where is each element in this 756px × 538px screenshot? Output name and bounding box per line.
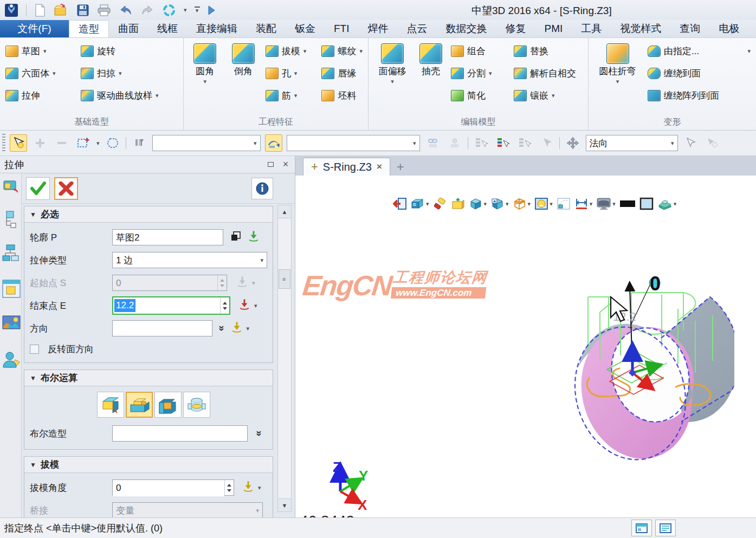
boolean-shape-input[interactable] bbox=[112, 425, 248, 442]
end-spinner[interactable] bbox=[220, 297, 229, 314]
ribbon-resolve-selfintersect-button[interactable]: 解析自相交 bbox=[512, 64, 578, 82]
open-file-icon[interactable] bbox=[54, 4, 69, 17]
regen-dropdown-icon[interactable]: ▾ bbox=[184, 7, 187, 13]
ribbon-replace-button[interactable]: 替换 bbox=[512, 42, 578, 60]
visualization-icon[interactable] bbox=[2, 315, 21, 334]
regen-icon[interactable] bbox=[162, 3, 176, 17]
end-pick-icon[interactable] bbox=[238, 298, 251, 313]
menu-tab-tools[interactable]: 工具 bbox=[572, 20, 611, 37]
ribbon-sweep-button[interactable]: 扫掠▾ bbox=[79, 64, 161, 82]
exit-sketch-icon[interactable] bbox=[393, 197, 407, 210]
ribbon-loft-button[interactable]: 驱动曲线放样▾ bbox=[79, 87, 161, 104]
draft-angle-pick-icon[interactable] bbox=[242, 480, 255, 495]
ribbon-extrude-button[interactable]: 拉伸 bbox=[3, 87, 76, 104]
play-macro-icon[interactable] bbox=[208, 5, 215, 15]
ribbon-hole-button[interactable]: 孔▾ bbox=[263, 64, 318, 82]
add-selection-button[interactable] bbox=[31, 134, 49, 152]
flip-face-checkbox[interactable] bbox=[30, 345, 39, 354]
direction-input[interactable] bbox=[112, 320, 212, 336]
info-button[interactable] bbox=[251, 178, 273, 199]
end-point-input[interactable]: 12.2 bbox=[112, 296, 230, 315]
toolbar-grip[interactable] bbox=[2, 134, 5, 152]
section-view-icon[interactable]: ▾ bbox=[657, 198, 677, 210]
direction-pick-icon[interactable] bbox=[230, 321, 243, 336]
ribbon-by-specified-button[interactable]: 由指定...▾ bbox=[645, 42, 753, 60]
draft-angle-input[interactable]: 0 bbox=[112, 479, 234, 496]
pick-list-colored-icon[interactable] bbox=[494, 134, 512, 152]
dialog-close-icon[interactable]: × bbox=[281, 160, 290, 169]
cancel-button[interactable] bbox=[54, 177, 78, 200]
remove-selection-button[interactable] bbox=[53, 134, 70, 152]
menu-tab-sheetmetal[interactable]: 钣金 bbox=[286, 20, 325, 37]
monitor-display-icon[interactable]: ▾ bbox=[596, 197, 616, 210]
scroll-up-button[interactable]: ▲ bbox=[278, 205, 291, 218]
ribbon-lip-button[interactable]: 唇缘 bbox=[319, 64, 365, 82]
ribbon-thread-button[interactable]: 螺纹▾ bbox=[319, 42, 365, 60]
menu-tab-wireframe[interactable]: 线框 bbox=[148, 20, 187, 37]
direction-expand-icon[interactable]: « bbox=[215, 326, 227, 332]
dialog-titlebar[interactable]: 拉伸 × bbox=[0, 156, 295, 173]
pick-face-button[interactable] bbox=[265, 134, 282, 152]
section-boolean-header[interactable]: ▼布尔运算 bbox=[24, 370, 273, 386]
view-list-icon[interactable]: ▾ bbox=[411, 198, 429, 210]
filter-combobox[interactable]: ▾ bbox=[152, 135, 261, 151]
menu-tab-weldment[interactable]: 焊件 bbox=[359, 20, 398, 37]
new-file-icon[interactable] bbox=[34, 4, 46, 17]
boolean-add-button[interactable] bbox=[126, 392, 153, 418]
print-icon[interactable] bbox=[97, 4, 111, 17]
boolean-intersect-button[interactable] bbox=[183, 392, 210, 418]
menu-tab-surface[interactable]: 曲面 bbox=[109, 20, 148, 37]
reorient-icon[interactable] bbox=[564, 134, 581, 152]
ribbon-stock-button[interactable]: 坯料 bbox=[319, 87, 365, 104]
wireframe-box-icon[interactable]: ▾ bbox=[513, 197, 531, 210]
redo-icon[interactable] bbox=[140, 4, 154, 16]
menu-tab-shape[interactable]: 造型 bbox=[69, 20, 109, 37]
ribbon-face-offset-button[interactable]: 面偏移▾ bbox=[372, 42, 413, 104]
direction-pick-dropdown[interactable]: ▾ bbox=[245, 325, 251, 332]
undo-icon[interactable] bbox=[119, 4, 133, 16]
zoom-window-icon[interactable] bbox=[557, 197, 571, 210]
draft-angle-spinner[interactable] bbox=[224, 480, 234, 495]
document-tab[interactable]: + S-Ring.Z3 × bbox=[303, 158, 390, 176]
menu-file[interactable]: 文件(F) bbox=[0, 20, 69, 37]
entity-combobox[interactable]: ▾ bbox=[287, 135, 420, 151]
end-pick-dropdown[interactable]: ▾ bbox=[253, 302, 259, 309]
ribbon-wrap-array-button[interactable]: 缠绕阵列到面 bbox=[645, 87, 753, 104]
ribbon-cylinder-bend-button[interactable]: 圆柱折弯▾ bbox=[592, 42, 643, 104]
tab-close-icon[interactable]: × bbox=[377, 161, 382, 172]
status-output-panel-button[interactable] bbox=[655, 520, 676, 536]
marquee-select-button[interactable] bbox=[75, 134, 92, 152]
boolean-base-button[interactable] bbox=[97, 392, 124, 418]
ribbon-shell-button[interactable]: 抽壳 bbox=[415, 42, 447, 104]
customize-qat-icon[interactable]: ▾ bbox=[195, 7, 200, 14]
ribbon-fillet-button[interactable]: 圆角▾ bbox=[187, 42, 223, 104]
menu-tab-pmi[interactable]: PMI bbox=[535, 20, 572, 37]
scroll-down-button[interactable]: ▼ bbox=[278, 498, 291, 511]
model-canvas[interactable]: ▾ ▾ ▾ ▾ ▾ ▾ ▾ ▾ EngCN 工程师论坛网 www.EngCN.c bbox=[295, 176, 756, 517]
boolean-remove-button[interactable] bbox=[154, 392, 182, 418]
menu-tab-repair[interactable]: 修复 bbox=[496, 20, 535, 37]
menu-tab-fti[interactable]: FTI bbox=[325, 20, 359, 37]
panel-scrollbar[interactable]: ▲ ≡ ▼ bbox=[277, 205, 292, 512]
pick-cursor-icon[interactable] bbox=[538, 134, 555, 152]
extrude-type-dropdown[interactable]: 1 边▾ bbox=[112, 252, 267, 268]
status-window-layout-button[interactable] bbox=[631, 520, 652, 536]
save-icon[interactable] bbox=[76, 4, 89, 17]
ribbon-simplify-button[interactable]: 简化 bbox=[449, 87, 509, 104]
pick-list-first-icon[interactable] bbox=[473, 134, 490, 152]
pick-list-last-icon[interactable] bbox=[516, 134, 533, 152]
menu-tab-direct-edit[interactable]: 直接编辑 bbox=[187, 20, 247, 37]
ribbon-chamfer-button[interactable]: 倒角 bbox=[225, 42, 261, 104]
history-tree-icon[interactable] bbox=[2, 210, 20, 232]
profile-input[interactable] bbox=[112, 229, 223, 245]
cursor-settings-icon[interactable] bbox=[704, 134, 721, 152]
menu-tab-assembly[interactable]: 装配 bbox=[247, 20, 286, 37]
lasso-select-button[interactable] bbox=[104, 134, 121, 152]
erase-icon[interactable] bbox=[433, 198, 447, 210]
menu-tab-data-exchange[interactable]: 数据交换 bbox=[437, 20, 496, 37]
menu-tab-pointcloud[interactable]: 点云 bbox=[398, 20, 437, 37]
draft-angle-dropdown[interactable]: ▾ bbox=[257, 484, 262, 491]
line-color-swatch[interactable] bbox=[619, 199, 636, 209]
copy-icon[interactable] bbox=[230, 230, 242, 244]
locate-cursor-icon[interactable] bbox=[682, 134, 700, 152]
